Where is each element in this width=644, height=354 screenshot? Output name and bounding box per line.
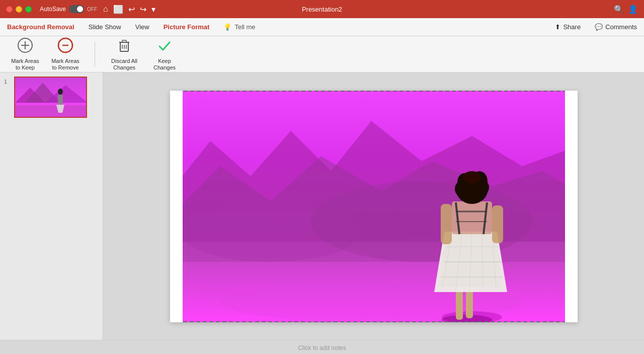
svg-point-54	[463, 171, 481, 183]
menu-right: ⬆ Share 💬 Comments	[548, 21, 644, 33]
menu-slide-show[interactable]: Slide Show	[82, 18, 128, 36]
window-title: Presentation2	[302, 6, 342, 13]
svg-point-17	[58, 89, 63, 95]
menu-picture-format[interactable]: Picture Format	[156, 18, 217, 36]
mark-areas-keep-button[interactable]: Mark Areasto Keep	[10, 37, 40, 71]
keep-changes-label: KeepChanges	[153, 58, 176, 71]
notes-area[interactable]: Click to add notes	[0, 340, 644, 354]
toolbar-divider	[95, 42, 95, 67]
title-bar-right: 🔍 👤	[614, 5, 638, 14]
slide-item[interactable]: 1	[4, 77, 99, 118]
traffic-lights	[6, 6, 32, 13]
toolbar-icons: ⌂ ⬜ ↩ ↪ ▾	[103, 5, 155, 14]
canvas-area	[103, 73, 644, 340]
profile-icon[interactable]: 👤	[628, 5, 638, 14]
undo-icon[interactable]: ↩	[128, 5, 135, 14]
slide-image	[170, 91, 578, 322]
maximize-button[interactable]	[25, 6, 32, 13]
slide-thumbnail[interactable]	[14, 77, 87, 118]
mark-keep-icon	[17, 37, 33, 56]
svg-rect-18	[58, 95, 63, 105]
share-button[interactable]: ⬆ Share	[548, 21, 588, 33]
discard-changes-button[interactable]: Discard AllChanges	[109, 37, 139, 71]
redo-icon[interactable]: ↪	[140, 5, 146, 14]
canvas-left-margin	[170, 91, 183, 322]
menu-tell-me[interactable]: 💡 Tell me	[216, 23, 262, 31]
autosave-toggle[interactable]	[69, 5, 84, 13]
mark-remove-label: Mark Areasto Remove	[51, 58, 79, 71]
lightbulb-icon: 💡	[223, 23, 231, 31]
keep-changes-button[interactable]: KeepChanges	[149, 37, 180, 71]
menu-background-removal[interactable]: Background Removal	[0, 18, 82, 36]
slide-number: 1	[4, 79, 11, 85]
svg-rect-16	[15, 105, 87, 118]
mark-remove-icon	[57, 37, 73, 56]
autosave-state: OFF	[87, 7, 97, 12]
more-icon[interactable]: ▾	[151, 5, 155, 14]
toolbar: Mark Areasto Keep Mark Areasto Remove Di…	[0, 36, 644, 73]
svg-rect-47	[492, 205, 503, 243]
svg-point-52	[455, 181, 467, 196]
menu-bar: Background Removal Slide Show View Pictu…	[0, 18, 644, 36]
search-icon[interactable]: 🔍	[614, 5, 624, 14]
keep-icon	[156, 37, 173, 56]
slide-canvas[interactable]	[170, 91, 578, 322]
autosave-control: AutoSave OFF	[40, 5, 97, 13]
home-icon[interactable]: ⌂	[103, 5, 108, 14]
svg-rect-46	[441, 204, 452, 244]
discard-label: Discard AllChanges	[111, 58, 137, 71]
mark-keep-label: Mark Areasto Keep	[11, 58, 39, 71]
share-icon: ⬆	[555, 23, 560, 31]
canvas-right-margin	[565, 91, 578, 322]
svg-rect-8	[122, 40, 126, 42]
save-icon[interactable]: ⬜	[113, 5, 123, 14]
main-layout: 1	[0, 73, 644, 340]
svg-point-53	[477, 180, 489, 194]
mark-areas-remove-button[interactable]: Mark Areasto Remove	[50, 37, 80, 71]
close-button[interactable]	[6, 6, 13, 13]
comments-button[interactable]: 💬 Comments	[588, 21, 644, 33]
title-bar: AutoSave OFF ⌂ ⬜ ↩ ↪ ▾ Presentation2 🔍 👤	[0, 0, 644, 18]
autosave-label: AutoSave	[40, 6, 66, 13]
comment-icon: 💬	[595, 23, 603, 31]
discard-icon	[116, 37, 132, 56]
menu-view[interactable]: View	[128, 18, 156, 36]
slide-thumb-bg	[15, 78, 86, 117]
minimize-button[interactable]	[16, 6, 22, 13]
slide-panel: 1	[0, 73, 103, 340]
